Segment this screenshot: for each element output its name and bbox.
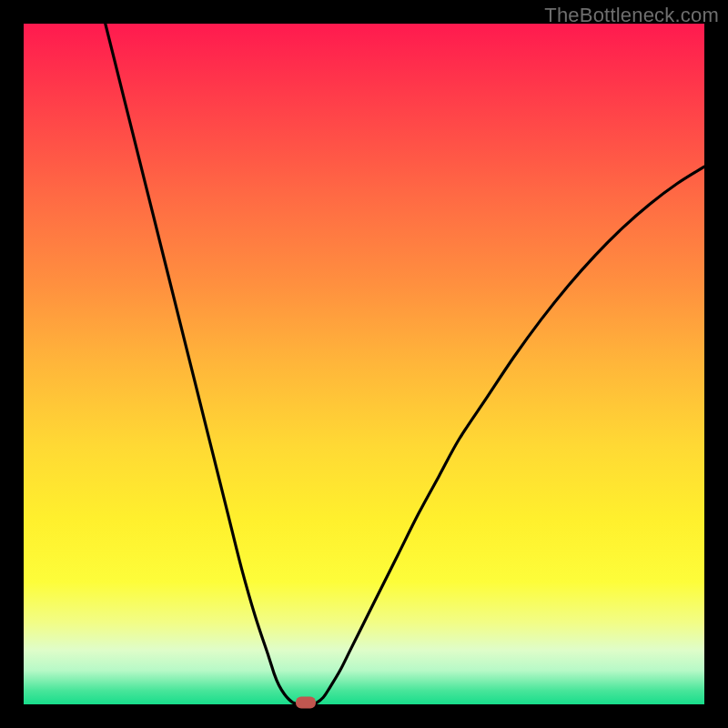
watermark-text: TheBottleneck.com: [544, 4, 719, 27]
optimal-marker: [296, 696, 316, 708]
chart-frame: [24, 24, 704, 704]
bottleneck-curve: [24, 24, 704, 704]
